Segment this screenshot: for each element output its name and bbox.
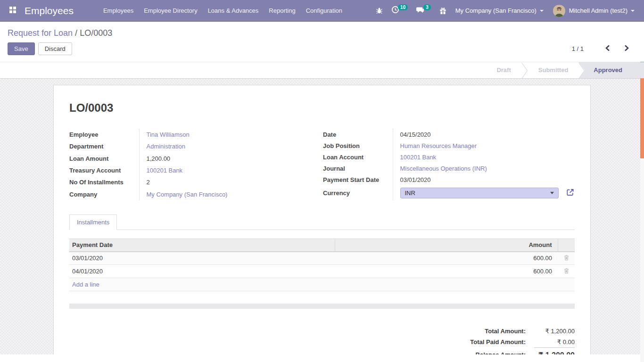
save-button[interactable]: Save xyxy=(8,42,35,55)
user-menu[interactable]: Mitchell Admin (test2) xyxy=(548,0,639,22)
field-value-payment-start-date[interactable]: 03/01/2020 xyxy=(393,174,575,185)
total-paid-amount-value: ₹ 0.00 xyxy=(534,337,575,348)
field-label-employee: Employee xyxy=(69,129,139,140)
form-view-background: LO/0003 Employee Tina Williamson Departm… xyxy=(0,79,644,354)
column-header-payment-date[interactable]: Payment Date xyxy=(69,239,335,252)
field-label-payment-start-date: Payment Start Date xyxy=(323,174,393,185)
tab-installments[interactable]: Installments xyxy=(69,214,117,230)
table-horizontal-scrollbar[interactable] xyxy=(69,304,575,309)
field-label-no-of-installments: No Of Installments xyxy=(69,176,139,188)
add-a-line-link[interactable]: Add a line xyxy=(72,281,99,288)
menu-item-loans-advances[interactable]: Loans & Advances xyxy=(203,0,264,22)
activities-badge: 10 xyxy=(398,4,408,10)
top-navbar: Employees Employees Employee Directory L… xyxy=(0,0,644,22)
external-link-icon xyxy=(566,188,575,198)
currency-external-link-button[interactable] xyxy=(566,188,575,198)
column-header-actions xyxy=(558,239,575,252)
status-step-separator xyxy=(521,62,528,78)
breadcrumb-parent-link[interactable]: Request for Loan xyxy=(8,28,73,38)
totals-summary: Total Amount: ₹ 1,200.00 Total Paid Amou… xyxy=(470,326,575,354)
field-label-loan-account: Loan Account xyxy=(323,151,393,163)
currency-select[interactable]: INR xyxy=(400,188,559,198)
statusbar: Draft Submitted Approved xyxy=(0,62,644,79)
field-label-treasury-account: Treasury Account xyxy=(69,165,139,176)
discard-button[interactable]: Discard xyxy=(38,42,72,55)
company-switcher[interactable]: My Company (San Francisco) xyxy=(451,0,548,22)
field-value-treasury-account[interactable]: 100201 Bank xyxy=(139,165,314,176)
cell-amount[interactable]: 600.00 xyxy=(335,265,558,278)
page-scrollbar-track xyxy=(640,62,644,362)
messages-badge: 3 xyxy=(423,4,431,10)
field-label-department: Department xyxy=(69,140,139,152)
pager-value[interactable]: 1 / 1 xyxy=(572,45,584,52)
user-avatar xyxy=(553,5,565,17)
field-value-journal[interactable]: Miscellaneous Operations (INR) xyxy=(393,163,575,174)
cell-amount[interactable]: 600.00 xyxy=(335,252,558,265)
field-label-loan-amount: Loan Amount xyxy=(69,153,139,165)
column-header-amount[interactable]: Amount xyxy=(335,239,558,252)
apps-menu-button[interactable] xyxy=(5,0,21,22)
add-line-row: Add a line xyxy=(69,278,575,291)
pager-previous-button[interactable] xyxy=(598,44,617,53)
total-amount-value: ₹ 1,200.00 xyxy=(534,326,575,337)
balance-amount-label: Balance Amount: xyxy=(470,348,534,355)
cell-payment-date[interactable]: 03/01/2020 xyxy=(69,252,335,265)
app-brand[interactable]: Employees xyxy=(25,5,74,16)
messages-button[interactable]: 3 xyxy=(412,6,435,16)
debug-bug-icon[interactable] xyxy=(372,7,387,14)
pager-next-button[interactable] xyxy=(617,44,636,53)
delete-row-button[interactable] xyxy=(564,268,569,275)
trash-icon xyxy=(564,255,569,262)
navbar-systray: 10 3 My Company (San Francisco) xyxy=(372,0,639,22)
status-step-submitted[interactable]: Submitted xyxy=(528,62,579,78)
menu-item-configuration[interactable]: Configuration xyxy=(301,0,347,22)
main-menu: Employees Employee Directory Loans & Adv… xyxy=(98,0,347,22)
total-paid-amount-label: Total Paid Amount: xyxy=(470,337,534,348)
status-step-separator xyxy=(578,62,585,78)
field-value-department[interactable]: Administration xyxy=(139,140,314,152)
chevron-down-icon xyxy=(631,10,635,12)
field-value-employee[interactable]: Tina Williamson xyxy=(139,129,314,140)
breadcrumb: Request for Loan / LO/0003 xyxy=(8,28,636,38)
field-label-date: Date xyxy=(323,129,393,140)
field-value-no-of-installments[interactable]: 2 xyxy=(139,176,314,188)
pager: 1 / 1 xyxy=(572,44,636,53)
form-group-right: Date 04/15/2020 Job Position Human Resou… xyxy=(323,129,575,200)
field-label-job-position: Job Position xyxy=(323,140,393,151)
menu-item-employees[interactable]: Employees xyxy=(98,0,139,22)
status-step-draft[interactable]: Draft xyxy=(486,62,521,78)
form-group-left: Employee Tina Williamson Department Admi… xyxy=(69,129,314,200)
menu-item-employee-directory[interactable]: Employee Directory xyxy=(139,0,202,22)
field-value-company[interactable]: My Company (San Francisco) xyxy=(139,189,314,200)
trash-icon xyxy=(564,268,569,275)
activities-button[interactable]: 10 xyxy=(387,6,412,16)
chevron-right-icon xyxy=(624,44,630,53)
breadcrumb-current: LO/0003 xyxy=(80,28,112,38)
balance-amount-value: ₹ 1,200.00 xyxy=(534,348,575,355)
form-sheet: LO/0003 Employee Tina Williamson Departm… xyxy=(53,85,591,354)
field-value-job-position[interactable]: Human Resources Manager xyxy=(393,140,575,151)
field-value-loan-account[interactable]: 100201 Bank xyxy=(393,151,575,163)
installments-table: Payment Date Amount 03/01/2020 600.00 xyxy=(69,239,575,291)
field-label-journal: Journal xyxy=(323,163,393,174)
breadcrumb-separator: / xyxy=(75,28,80,38)
chevron-down-icon xyxy=(540,10,544,12)
field-value-loan-amount[interactable]: 1,200.00 xyxy=(139,153,314,165)
menu-item-reporting[interactable]: Reporting xyxy=(264,0,300,22)
status-step-approved[interactable]: Approved xyxy=(578,62,644,78)
field-label-currency: Currency xyxy=(323,185,393,200)
table-row: 03/01/2020 600.00 xyxy=(69,252,575,265)
chevron-left-icon xyxy=(604,44,611,53)
record-title: LO/0003 xyxy=(69,101,575,115)
control-panel: Request for Loan / LO/0003 Save Discard … xyxy=(0,22,644,62)
apps-grid-icon xyxy=(9,6,17,15)
delete-row-button[interactable] xyxy=(564,255,569,262)
total-amount-label: Total Amount: xyxy=(470,326,534,337)
notebook-tabs: Installments xyxy=(69,214,575,230)
table-row: 04/01/2020 600.00 xyxy=(69,265,575,278)
cell-payment-date[interactable]: 04/01/2020 xyxy=(69,265,335,278)
select-caret-icon xyxy=(550,192,554,194)
field-label-company: Company xyxy=(69,189,139,200)
gift-icon[interactable] xyxy=(435,7,451,15)
field-value-date[interactable]: 04/15/2020 xyxy=(393,129,575,140)
